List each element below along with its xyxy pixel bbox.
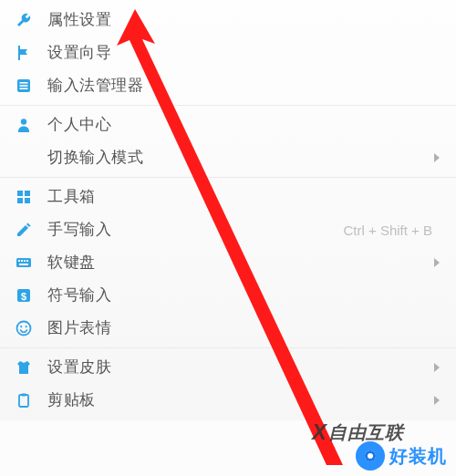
- menu-item-emoji[interactable]: 图片表情: [0, 312, 456, 345]
- menu-item-label: 个人中心: [47, 115, 440, 135]
- menu-separator: [0, 177, 456, 178]
- clipboard-icon: [13, 389, 35, 411]
- person-icon: [13, 114, 35, 136]
- menu-item-label: 工具箱: [47, 187, 440, 207]
- context-menu: 属性设置设置向导输入法管理器个人中心切换输入模式工具箱手写输入Ctrl + Sh…: [0, 0, 456, 420]
- chevron-right-icon: [434, 363, 440, 372]
- keyboard-icon: [13, 252, 35, 274]
- grid-icon: [13, 186, 35, 208]
- chevron-right-icon: [434, 258, 440, 267]
- x-logo-icon: X: [312, 419, 325, 445]
- chevron-right-icon: [434, 153, 440, 162]
- wrench-icon: [13, 9, 35, 31]
- shirt-icon: [13, 357, 35, 378]
- menu-separator: [0, 105, 456, 106]
- menu-item-label: 属性设置: [47, 10, 440, 30]
- menu-item-label: 符号输入: [47, 285, 440, 305]
- watermark-text: 自由互联: [328, 420, 403, 445]
- menu-item-symbol-input[interactable]: 符号输入: [0, 279, 456, 312]
- pencil-icon: [13, 219, 35, 241]
- menu-item-handwriting[interactable]: 手写输入Ctrl + Shift + B: [0, 213, 456, 246]
- menu-item-toolbox[interactable]: 工具箱: [0, 181, 456, 213]
- chevron-right-icon: [434, 396, 440, 405]
- flag-icon: [13, 42, 35, 64]
- menu-item-label: 设置向导: [47, 43, 440, 63]
- menu-item-user-center[interactable]: 个人中心: [0, 109, 456, 141]
- menu-item-properties[interactable]: 属性设置: [0, 4, 456, 36]
- menu-item-switch-mode[interactable]: 切换输入模式: [0, 141, 456, 174]
- menu-item-label: 软键盘: [47, 253, 430, 273]
- watermark-haozhuangji: 好装机: [356, 441, 447, 471]
- menu-item-wizard[interactable]: 设置向导: [0, 36, 456, 69]
- smile-icon: [13, 317, 35, 339]
- watermark-text: 好装机: [389, 444, 447, 469]
- menu-item-label: 输入法管理器: [47, 76, 440, 96]
- menu-item-soft-keyboard[interactable]: 软键盘: [0, 246, 456, 279]
- menu-separator: [0, 347, 456, 348]
- menu-item-label: 切换输入模式: [47, 148, 430, 168]
- menu-item-skin[interactable]: 设置皮肤: [0, 351, 456, 384]
- menu-item-label: 图片表情: [47, 318, 440, 338]
- menu-item-label: 设置皮肤: [47, 357, 430, 378]
- list-icon: [13, 75, 35, 97]
- menu-item-clipboard[interactable]: 剪贴板: [0, 384, 456, 417]
- menu-item-ime-manager[interactable]: 输入法管理器: [0, 69, 456, 102]
- blank-icon: [13, 147, 35, 169]
- menu-item-label: 手写输入: [47, 220, 343, 240]
- dollar-icon: [13, 285, 35, 306]
- menu-item-shortcut: Ctrl + Shift + B: [343, 222, 432, 238]
- target-logo-icon: [356, 441, 385, 471]
- watermark-ziyouhulian: X 自由互联: [312, 419, 403, 445]
- menu-item-label: 剪贴板: [47, 390, 430, 410]
